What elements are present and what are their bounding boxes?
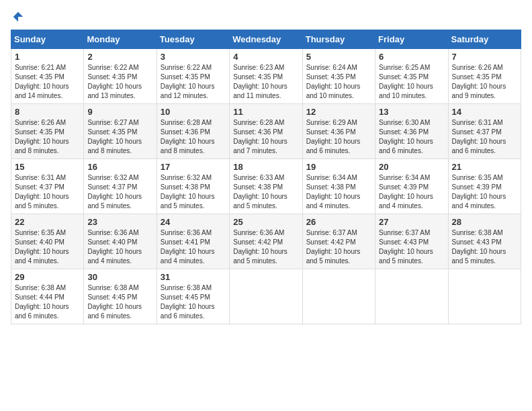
day-number: 2 [87, 52, 152, 62]
day-info: Sunrise: 6:36 AM Sunset: 4:41 PM Dayligh… [161, 228, 226, 266]
sunrise-label: Sunrise: 6:26 AM [452, 64, 503, 71]
day-number: 19 [306, 162, 371, 172]
sunset-label: Sunset: 4:43 PM [452, 238, 502, 246]
calendar-cell [230, 269, 302, 324]
daylight-minutes: and 6 minutes. [15, 312, 59, 320]
sunrise-label: Sunrise: 6:31 AM [452, 119, 503, 126]
calendar-cell: 10 Sunrise: 6:28 AM Sunset: 4:36 PM Dayl… [157, 104, 229, 159]
day-number: 7 [452, 52, 517, 62]
calendar-cell: 12 Sunrise: 6:29 AM Sunset: 4:36 PM Dayl… [302, 104, 375, 159]
sunset-label: Sunset: 4:39 PM [379, 183, 429, 191]
day-number: 27 [379, 217, 444, 227]
day-info: Sunrise: 6:34 AM Sunset: 4:39 PM Dayligh… [379, 173, 444, 211]
daylight-minutes: and 4 minutes. [452, 202, 496, 210]
sunrise-label: Sunrise: 6:31 AM [15, 174, 66, 181]
daylight-label: Daylight: 10 hours [233, 248, 287, 255]
sunset-label: Sunset: 4:35 PM [15, 73, 64, 81]
calendar-cell: 4 Sunrise: 6:23 AM Sunset: 4:35 PM Dayli… [230, 49, 302, 104]
day-number: 26 [306, 217, 371, 227]
sunrise-label: Sunrise: 6:22 AM [161, 64, 212, 71]
sunrise-label: Sunrise: 6:28 AM [161, 119, 212, 126]
daylight-label: Daylight: 10 hours [233, 138, 287, 145]
daylight-minutes: and 11 minutes. [233, 92, 281, 99]
day-number: 4 [233, 52, 298, 62]
sunrise-label: Sunrise: 6:21 AM [15, 64, 66, 71]
calendar-cell: 27 Sunrise: 6:37 AM Sunset: 4:43 PM Dayl… [375, 214, 448, 269]
daylight-minutes: and 5 minutes. [379, 257, 423, 265]
daylight-label: Daylight: 10 hours [452, 193, 506, 200]
calendar-cell: 8 Sunrise: 6:26 AM Sunset: 4:35 PM Dayli… [11, 104, 84, 159]
daylight-label: Daylight: 10 hours [233, 83, 287, 90]
daylight-label: Daylight: 10 hours [87, 248, 142, 255]
day-number: 12 [306, 107, 371, 117]
sunset-label: Sunset: 4:35 PM [161, 73, 210, 81]
sunset-label: Sunset: 4:38 PM [161, 183, 210, 191]
daylight-minutes: and 8 minutes. [87, 147, 132, 154]
weekday-header-tuesday: Tuesday [157, 30, 229, 49]
daylight-minutes: and 4 minutes. [15, 257, 59, 265]
day-number: 22 [15, 217, 80, 227]
daylight-label: Daylight: 10 hours [161, 248, 215, 255]
daylight-minutes: and 6 minutes. [379, 147, 423, 154]
day-info: Sunrise: 6:35 AM Sunset: 4:39 PM Dayligh… [452, 173, 517, 211]
sunset-label: Sunset: 4:43 PM [379, 238, 429, 246]
day-info: Sunrise: 6:38 AM Sunset: 4:43 PM Dayligh… [452, 228, 517, 266]
daylight-label: Daylight: 10 hours [233, 193, 287, 200]
daylight-label: Daylight: 10 hours [306, 193, 361, 200]
calendar-cell: 14 Sunrise: 6:31 AM Sunset: 4:37 PM Dayl… [448, 104, 521, 159]
daylight-label: Daylight: 10 hours [306, 248, 361, 255]
day-info: Sunrise: 6:36 AM Sunset: 4:42 PM Dayligh… [233, 228, 298, 266]
day-info: Sunrise: 6:31 AM Sunset: 4:37 PM Dayligh… [452, 118, 517, 156]
calendar-cell: 24 Sunrise: 6:36 AM Sunset: 4:41 PM Dayl… [157, 214, 229, 269]
daylight-minutes: and 9 minutes. [452, 92, 496, 99]
sunrise-label: Sunrise: 6:24 AM [306, 64, 357, 71]
day-info: Sunrise: 6:28 AM Sunset: 4:36 PM Dayligh… [233, 118, 298, 156]
calendar-cell: 29 Sunrise: 6:38 AM Sunset: 4:44 PM Dayl… [11, 269, 84, 324]
day-info: Sunrise: 6:29 AM Sunset: 4:36 PM Dayligh… [306, 118, 371, 156]
sunrise-label: Sunrise: 6:32 AM [87, 174, 138, 181]
calendar-cell: 7 Sunrise: 6:26 AM Sunset: 4:35 PM Dayli… [448, 49, 521, 104]
sunrise-label: Sunrise: 6:36 AM [87, 229, 138, 236]
sunset-label: Sunset: 4:35 PM [15, 128, 64, 136]
day-info: Sunrise: 6:23 AM Sunset: 4:35 PM Dayligh… [233, 63, 298, 101]
day-info: Sunrise: 6:33 AM Sunset: 4:38 PM Dayligh… [233, 173, 298, 211]
daylight-minutes: and 4 minutes. [306, 202, 351, 210]
sunrise-label: Sunrise: 6:33 AM [233, 174, 284, 181]
sunrise-label: Sunrise: 6:29 AM [306, 119, 357, 126]
daylight-minutes: and 10 minutes. [379, 92, 427, 99]
sunrise-label: Sunrise: 6:38 AM [452, 229, 503, 236]
day-number: 17 [161, 162, 226, 172]
calendar-cell: 23 Sunrise: 6:36 AM Sunset: 4:40 PM Dayl… [84, 214, 157, 269]
calendar-cell: 6 Sunrise: 6:25 AM Sunset: 4:35 PM Dayli… [375, 49, 448, 104]
calendar-cell: 9 Sunrise: 6:27 AM Sunset: 4:35 PM Dayli… [84, 104, 157, 159]
header [11, 11, 521, 23]
calendar-cell: 18 Sunrise: 6:33 AM Sunset: 4:38 PM Dayl… [230, 159, 302, 214]
daylight-minutes: and 5 minutes. [233, 257, 277, 265]
calendar-cell: 28 Sunrise: 6:38 AM Sunset: 4:43 PM Dayl… [448, 214, 521, 269]
daylight-minutes: and 5 minutes. [233, 202, 277, 210]
day-info: Sunrise: 6:32 AM Sunset: 4:38 PM Dayligh… [161, 173, 226, 211]
sunset-label: Sunset: 4:42 PM [306, 238, 356, 246]
weekday-header-wednesday: Wednesday [230, 30, 302, 49]
calendar-cell: 20 Sunrise: 6:34 AM Sunset: 4:39 PM Dayl… [375, 159, 448, 214]
daylight-label: Daylight: 10 hours [379, 193, 433, 200]
daylight-label: Daylight: 10 hours [306, 138, 361, 145]
daylight-minutes: and 5 minutes. [161, 202, 205, 210]
sunset-label: Sunset: 4:38 PM [306, 183, 356, 191]
sunrise-label: Sunrise: 6:34 AM [379, 174, 430, 181]
sunset-label: Sunset: 4:37 PM [87, 183, 137, 191]
day-number: 20 [379, 162, 444, 172]
sunrise-label: Sunrise: 6:38 AM [87, 284, 138, 291]
sunset-label: Sunset: 4:42 PM [233, 238, 283, 246]
daylight-label: Daylight: 10 hours [15, 248, 69, 255]
day-info: Sunrise: 6:22 AM Sunset: 4:35 PM Dayligh… [87, 63, 152, 101]
daylight-label: Daylight: 10 hours [15, 83, 69, 90]
daylight-label: Daylight: 10 hours [161, 193, 215, 200]
sunset-label: Sunset: 4:45 PM [161, 293, 210, 301]
sunrise-label: Sunrise: 6:25 AM [379, 64, 430, 71]
daylight-minutes: and 6 minutes. [161, 312, 205, 320]
daylight-minutes: and 6 minutes. [306, 147, 351, 154]
daylight-label: Daylight: 10 hours [15, 303, 69, 310]
calendar-cell [302, 269, 375, 324]
day-info: Sunrise: 6:32 AM Sunset: 4:37 PM Dayligh… [87, 173, 152, 211]
